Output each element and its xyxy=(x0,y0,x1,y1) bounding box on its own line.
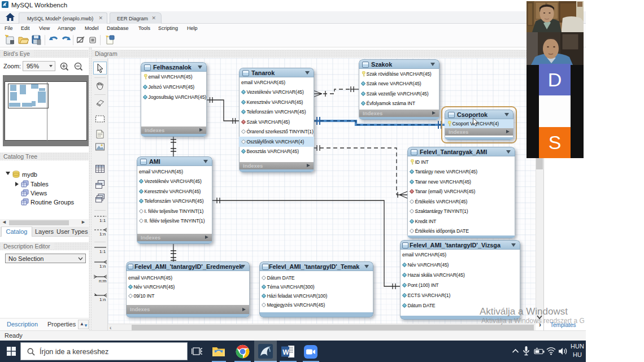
svg-text:W: W xyxy=(282,348,289,356)
